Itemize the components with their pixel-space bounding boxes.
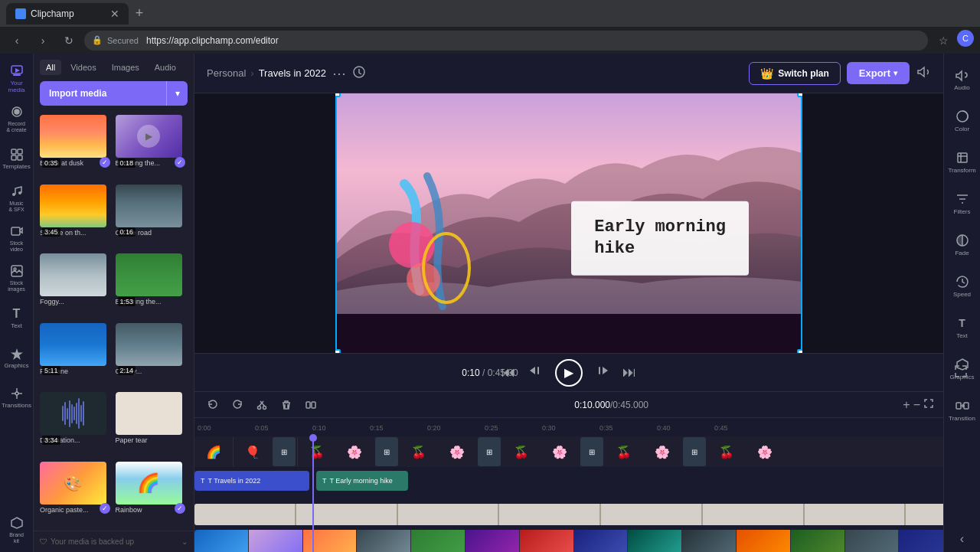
handle-bl[interactable] (335, 349, 341, 353)
sidebar-item-music[interactable]: Music& SFX (2, 179, 32, 217)
switch-plan-button[interactable]: 👑 Switch plan (749, 62, 841, 85)
sidebar-label-your-media: Your media (2, 80, 32, 94)
media-item-foggy[interactable]: Foggy... (40, 253, 113, 320)
more-options-button[interactable]: ⋯ (332, 65, 346, 82)
media-item-destination-audio[interactable]: 3:34 Destination... (40, 392, 113, 459)
svg-rect-7 (11, 155, 16, 160)
sidebar-item-your-media[interactable]: Your media (2, 60, 32, 98)
svg-rect-26 (306, 402, 310, 408)
right-panel-speed[interactable]: Speed (947, 266, 978, 305)
app-container: Your media Record& create Templates (0, 54, 980, 552)
stock-video-icon (9, 224, 24, 239)
sidebar-item-stock-video[interactable]: Stockvideo (2, 219, 32, 257)
sidebar-icons: Your media Record& create Templates (0, 54, 34, 552)
right-panel-speed-label: Speed (953, 291, 971, 298)
media-item-fastlane[interactable]: 5:11 Fast lane (40, 323, 113, 390)
right-panel: Audio Color Transform (943, 54, 980, 552)
duration-road: 0:16 (118, 227, 136, 237)
tab-images[interactable]: Images (106, 60, 145, 75)
breadcrumb-personal[interactable]: Personal (207, 67, 246, 79)
handle-tr[interactable] (797, 93, 802, 97)
cut-button[interactable] (253, 396, 271, 414)
tab-all[interactable]: All (40, 60, 61, 75)
forward-5s-button[interactable] (595, 363, 610, 382)
media-item-sunrise[interactable]: 3:45 Sunrise on th... (40, 185, 113, 251)
media-item-boarding[interactable]: ▶ 0:18 ✓ Boarding the... (116, 115, 188, 181)
sidebar-label-stock-images: Stockimages (8, 280, 25, 292)
tab-videos[interactable]: Videos (64, 60, 102, 75)
transition-panel-icon (955, 398, 970, 413)
timeline-scroll[interactable]: 0:00 0:05 0:10 0:15 0:20 0:25 0:30 0:35 … (194, 418, 943, 552)
sidebar-item-transitions[interactable]: Transitions (2, 378, 32, 416)
import-media-button[interactable]: Import media ▾ (40, 81, 188, 106)
forward-button[interactable]: › (32, 30, 54, 51)
audio-toggle-button[interactable] (916, 64, 931, 83)
right-panel-color[interactable]: Color (947, 101, 978, 139)
sidebar-label-transitions: Transitions (2, 403, 31, 410)
skip-forward-button[interactable]: ⏭ (622, 364, 636, 381)
split-button[interactable] (302, 396, 320, 414)
text-clip-morning[interactable]: T T Early morning hike (316, 471, 408, 491)
handle-tl[interactable] (335, 93, 341, 97)
transform-panel-icon (955, 150, 970, 165)
media-item-road[interactable]: 0:16 On the road (116, 185, 188, 251)
paper-track[interactable]: Abstract.mp4 (194, 504, 943, 525)
new-tab-button[interactable]: + (129, 3, 150, 24)
sticker-ctrl-2: ⊞ (375, 437, 398, 466)
media-item-rainbow[interactable]: 🌈 ✓ Rainbow (116, 462, 188, 528)
bookmark-button[interactable]: ☆ (933, 30, 954, 51)
tab-close[interactable]: ✕ (110, 8, 119, 20)
tab-audio[interactable]: Audio (149, 60, 182, 75)
play-button[interactable]: ▶ (555, 359, 583, 387)
sidebar-item-brand-kit[interactable]: Brandkit (2, 511, 32, 549)
handle-br[interactable] (797, 349, 802, 353)
video-track[interactable]: ⊞ ⊞ (194, 530, 943, 552)
back-button[interactable]: ‹ (6, 30, 28, 51)
right-panel-transform[interactable]: Transform (947, 142, 978, 181)
svg-point-14 (15, 392, 18, 395)
reload-button[interactable]: ↻ (58, 30, 80, 51)
sidebar-item-text[interactable]: T Text (2, 299, 32, 337)
media-item-paper[interactable]: Paper tear (116, 392, 188, 459)
sticker-ctrl-4: ⊞ (580, 437, 603, 466)
redo-button[interactable] (228, 396, 247, 414)
media-item-cloudy[interactable]: 2:14 Cloudy... (116, 323, 188, 390)
zoom-fit-button[interactable] (923, 398, 934, 412)
zoom-out-button[interactable]: − (913, 398, 920, 412)
main-content: Personal › Travels in 2022 ⋯ 👑 Switch pl… (194, 54, 943, 552)
preview-area: 16:9 (194, 93, 943, 353)
right-panel-text-tool[interactable]: T Text (947, 308, 978, 346)
sidebar-item-templates[interactable]: Templates (2, 139, 32, 178)
delete-button[interactable] (277, 396, 296, 414)
timeline-total-time: 0:45.000 (612, 400, 648, 410)
rewind-button[interactable] (528, 363, 543, 382)
media-item-beach[interactable]: 0:35 ✓ Beach at dusk (40, 115, 113, 181)
right-panel-audio[interactable]: Audio (947, 60, 978, 98)
backup-chevron: ⌄ (181, 537, 188, 546)
right-panel-fade[interactable]: Fade (947, 225, 978, 263)
sidebar-label-record: Record& create (6, 121, 26, 132)
text-tool-panel-icon: T (955, 315, 970, 331)
address-bar[interactable]: 🔒 Secured https://app.clipchamp.com/edit… (84, 31, 928, 51)
selection-border (335, 93, 802, 353)
label-foggy: Foggy... (40, 298, 106, 305)
sidebar-item-stock-images[interactable]: Stockimages (2, 259, 32, 297)
media-item-exploring[interactable]: 1:53 Exploring the... (116, 253, 188, 320)
active-tab[interactable]: Clipchamp ✕ (6, 3, 129, 24)
media-icon (9, 64, 24, 79)
right-panel-filters[interactable]: Filters (947, 184, 978, 222)
sticker-cherry-1: 🍒 (297, 437, 335, 466)
history-button[interactable] (352, 65, 366, 81)
export-button[interactable]: Export ▾ (847, 62, 910, 84)
sidebar-item-record-create[interactable]: Record& create (2, 100, 32, 138)
media-item-organic[interactable]: 🎨 ✓ Organic paste... (40, 462, 113, 528)
svg-point-24 (258, 406, 261, 409)
import-dropdown-arrow[interactable]: ▾ (166, 81, 188, 106)
sidebar-item-graphics[interactable]: Graphics (2, 338, 32, 377)
right-panel-collapse[interactable]: ‹ (960, 532, 964, 546)
text-clip-travels[interactable]: T T Travels in 2022 (194, 471, 309, 491)
zoom-in-button[interactable]: + (903, 398, 910, 412)
right-panel-transition[interactable]: Transition (947, 390, 978, 429)
profile-button[interactable]: C (957, 30, 974, 47)
undo-button[interactable] (204, 396, 222, 414)
